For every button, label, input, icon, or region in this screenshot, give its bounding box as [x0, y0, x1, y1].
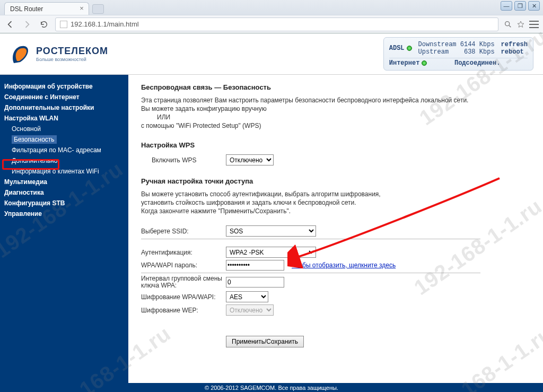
intro-text: Эта страница позволяет Вам настроить пар…	[141, 97, 530, 104]
manual-desc: установить стойкость шифрования и задать…	[141, 199, 530, 206]
sidebar-item[interactable]: Дополнительно	[4, 155, 124, 166]
window-close[interactable]: ✕	[528, 1, 540, 11]
adsl-label: ADSL	[389, 45, 405, 52]
upstream-value: 638 Kbps	[464, 48, 495, 56]
router-page: РОСТЕЛЕКОМ Больше возможностей ADSL Down…	[0, 33, 543, 392]
window-minimize[interactable]: —	[501, 1, 512, 11]
manual-desc: Когда закончите нажмите "Применить/Сохра…	[141, 207, 530, 215]
window-maximize[interactable]: ❐	[514, 1, 526, 11]
sidebar-item[interactable]: Основной	[4, 124, 124, 134]
sidebar-item[interactable]: Соединение с Интернет	[4, 92, 124, 102]
url-field[interactable]: 192.168.1.1/main.html	[55, 18, 498, 31]
intro-or: ИЛИ	[141, 114, 530, 121]
reload-icon	[40, 20, 48, 29]
brand-name: РОСТЕЛЕКОМ	[36, 46, 108, 57]
sidebar-item[interactable]: Диагностика	[4, 187, 124, 198]
browser-tab[interactable]: DSL Router ×	[4, 2, 89, 15]
new-tab-button[interactable]	[92, 4, 104, 14]
sidebar-item[interactable]: Управление	[4, 208, 124, 219]
wps-enable-select[interactable]: Отключено	[226, 154, 274, 165]
tab-bar: DSL Router ×	[0, 0, 543, 15]
tab-close-icon[interactable]: ×	[78, 5, 85, 12]
refresh-link[interactable]: refresh	[501, 41, 528, 48]
search-icon[interactable]	[504, 20, 512, 29]
logo-mark-icon	[10, 41, 31, 67]
arrow-left-icon	[6, 20, 14, 29]
sidebar-item[interactable]: Мультимедиа	[4, 177, 124, 187]
auth-label: Аутентификация:	[141, 249, 226, 256]
encryption-label: Шифрование WPA/WAPI:	[141, 293, 226, 301]
page-title: Беспроводная связь — Безопасность	[141, 83, 530, 91]
status-dot-icon	[422, 60, 427, 66]
password-label: WPA/WAPI пароль:	[141, 262, 226, 269]
password-input[interactable]	[226, 260, 284, 271]
page-icon	[60, 21, 67, 28]
wps-enable-label: Включить WPS	[152, 156, 226, 164]
forward-button[interactable]	[21, 19, 33, 30]
arrow-right-icon	[23, 20, 31, 29]
sidebar-item[interactable]: Конфигурация STB	[4, 198, 124, 208]
rekey-input[interactable]	[226, 277, 284, 288]
sidebar-item[interactable]: Информация об устройстве	[4, 81, 124, 92]
manual-heading: Ручная настройка точки доступа	[141, 177, 530, 185]
sidebar-item[interactable]: Фильтрация по MAC- адресам	[4, 145, 124, 155]
wep-select: Отключено	[226, 304, 274, 316]
save-button[interactable]: Применить/Сохранить	[226, 336, 304, 347]
ssid-select[interactable]: SOS	[226, 225, 316, 237]
sidebar-item[interactable]: Информация о клиентах WiFi	[4, 166, 124, 177]
intro-text: Вы можете задать конфигурацию вручную	[141, 105, 530, 112]
brand-tagline: Больше возможностей	[36, 57, 108, 62]
url-text: 192.168.1.1/main.html	[71, 20, 139, 28]
upstream-label: Upstream	[418, 48, 449, 56]
address-bar: 192.168.1.1/main.html	[0, 15, 543, 33]
manual-desc: Вы можете установить способ аутентификац…	[141, 190, 530, 198]
intro-text: с помощью "WiFi Protected Setup" (WPS)	[141, 122, 530, 129]
reboot-link[interactable]: reboot	[501, 48, 528, 56]
reveal-password-link[interactable]: Чтобы отобразить, щелкните здесь	[292, 262, 396, 269]
sidebar-item[interactable]: Дополнительные настройки	[4, 102, 124, 113]
internet-status: Подсоединен.	[454, 59, 500, 67]
star-icon[interactable]	[516, 20, 525, 29]
internet-label: Интернет	[389, 59, 420, 67]
svg-point-0	[505, 21, 510, 25]
reload-button[interactable]	[38, 19, 50, 30]
back-button[interactable]	[4, 19, 16, 30]
downstream-value: 6144 Kbps	[460, 41, 495, 48]
wep-label: Шифрование WEP:	[141, 307, 226, 314]
logo: РОСТЕЛЕКОМ Больше возможностей	[10, 41, 108, 67]
wps-heading: Настройка WPS	[141, 141, 530, 149]
downstream-label: Downstream	[418, 41, 457, 48]
ssid-label: Выберете SSID:	[141, 228, 226, 235]
status-dot-icon	[407, 46, 412, 51]
sidebar-item[interactable]: Безопасность	[4, 134, 124, 145]
browser-chrome: — ❐ ✕ DSL Router × 192.168.1.1/main.html	[0, 0, 543, 33]
auth-select[interactable]: WPA2 -PSK	[226, 247, 316, 258]
sidebar-nav: Информация об устройствеСоединение с Инт…	[0, 75, 128, 383]
tab-title: DSL Router	[10, 5, 43, 13]
rekey-label: Интервал групповой смены ключа WPA:	[141, 275, 226, 289]
encryption-select[interactable]: AES	[226, 291, 268, 302]
sidebar-item[interactable]: Настройка WLAN	[4, 113, 124, 124]
page-header: РОСТЕЛЕКОМ Больше возможностей ADSL Down…	[0, 33, 543, 75]
main-content: Беспроводная связь — Безопасность Эта ст…	[128, 75, 543, 383]
divider	[141, 273, 480, 273]
status-panel: ADSL Downstream 6144 Kbps Upstream 638 K…	[383, 37, 533, 71]
menu-button[interactable]	[529, 21, 539, 28]
page-footer: © 2006-2012 SAGEMCOM. Все права защищены…	[0, 383, 543, 392]
